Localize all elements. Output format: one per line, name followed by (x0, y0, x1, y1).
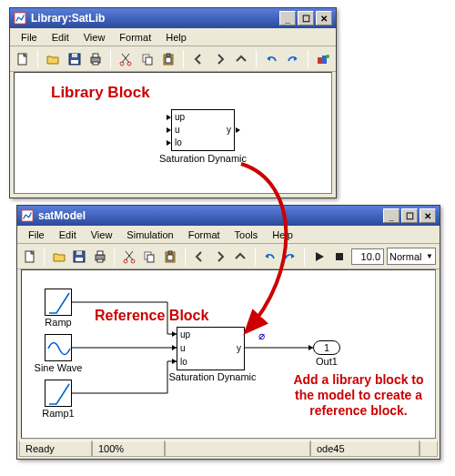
menu-view[interactable]: View (84, 228, 120, 242)
print-button[interactable] (91, 247, 108, 267)
saturation-dynamic-block[interactable]: up u lo y (177, 327, 245, 370)
save-button[interactable] (66, 49, 84, 69)
ramp1-label: Ramp1 (35, 408, 81, 419)
port-arrow-icon (167, 115, 171, 120)
ramp1-block[interactable] (45, 380, 72, 407)
paste-button[interactable] (159, 49, 177, 69)
close-button[interactable]: ✕ (420, 208, 436, 223)
toolbar: Normal▼ (17, 244, 440, 269)
svg-rect-33 (336, 253, 343, 260)
menu-format[interactable]: Format (181, 228, 228, 242)
cut-button[interactable] (120, 247, 137, 267)
menu-file[interactable]: File (21, 228, 52, 242)
library-window: Library:SatLib _ ☐ ✕ File Edit View Form… (9, 7, 337, 198)
new-button[interactable] (21, 247, 38, 267)
title-bar[interactable]: Library:SatLib _ ☐ ✕ (10, 8, 336, 28)
svg-rect-6 (93, 54, 98, 57)
ramp-block[interactable] (45, 289, 72, 316)
undo-button[interactable] (262, 49, 280, 69)
back-button[interactable] (189, 49, 207, 69)
outport-number: 1 (324, 342, 329, 353)
status-zoom: 100% (92, 441, 165, 457)
port-arrow-icon (167, 127, 171, 133)
sim-mode-value: Normal (389, 251, 421, 262)
library-canvas[interactable]: Library Block up u lo y Saturation Dynam… (14, 72, 332, 194)
menu-edit[interactable]: Edit (45, 30, 76, 45)
sine-wave-block[interactable] (45, 334, 72, 361)
app-icon (21, 209, 34, 222)
port-up-label: up (180, 329, 190, 339)
paste-button[interactable] (161, 247, 178, 267)
svg-rect-3 (72, 54, 77, 57)
cut-button[interactable] (116, 49, 135, 69)
model-window: satModel _ ☐ ✕ File Edit View Simulation… (16, 205, 440, 460)
maximize-button[interactable]: ☐ (298, 11, 314, 25)
svg-rect-21 (76, 251, 82, 255)
svg-rect-31 (168, 251, 172, 254)
svg-rect-14 (166, 57, 171, 63)
menu-view[interactable]: View (76, 30, 113, 45)
menu-bar: File Edit View Format Help (10, 28, 336, 46)
minimize-button[interactable]: _ (383, 208, 399, 223)
library-browser-button[interactable] (314, 49, 332, 69)
run-button[interactable] (310, 247, 328, 267)
sine-wave-label: Sine Wave (31, 362, 86, 373)
stop-button[interactable] (331, 247, 349, 267)
print-button[interactable] (86, 49, 105, 69)
undo-button[interactable] (261, 247, 278, 267)
window-title: satModel (38, 209, 383, 222)
sim-mode-select[interactable]: Normal▼ (387, 248, 436, 265)
open-button[interactable] (50, 247, 67, 267)
save-button[interactable] (71, 247, 88, 267)
menu-edit[interactable]: Edit (52, 228, 84, 242)
menu-bar: File Edit View Simulation Format Tools H… (17, 226, 440, 244)
saturation-dynamic-block[interactable]: up u lo y (171, 109, 235, 151)
close-button[interactable]: ✕ (316, 11, 332, 25)
new-button[interactable] (14, 49, 32, 69)
outport-label: Out1 (308, 356, 345, 367)
copy-button[interactable] (141, 247, 158, 267)
menu-format[interactable]: Format (112, 30, 158, 45)
title-bar[interactable]: satModel _ ☐ ✕ (17, 206, 440, 226)
menu-help[interactable]: Help (265, 228, 300, 242)
back-button[interactable] (191, 247, 208, 267)
svg-rect-4 (71, 60, 78, 64)
menu-tools[interactable]: Tools (228, 228, 266, 242)
signal-arrow-icon (172, 345, 177, 350)
port-lo-label: lo (180, 357, 187, 367)
redo-button[interactable] (281, 247, 298, 267)
instruction-annotation: Add a library block to the model to crea… (286, 372, 431, 418)
signal-arrow-icon (172, 359, 177, 364)
menu-file[interactable]: File (14, 30, 45, 45)
svg-rect-29 (147, 255, 154, 262)
link-badge-icon: ⌀ (258, 329, 265, 342)
model-canvas[interactable]: Ramp Sine Wave Ramp1 Reference Block up … (21, 269, 436, 439)
up-button[interactable] (232, 49, 250, 69)
copy-button[interactable] (138, 49, 157, 69)
outport-block[interactable]: 1 (313, 340, 340, 355)
port-u-label: u (175, 125, 180, 135)
menu-simulation[interactable]: Simulation (119, 228, 180, 242)
port-arrow-icon (236, 127, 240, 133)
open-button[interactable] (44, 49, 62, 69)
minimize-button[interactable]: _ (279, 11, 296, 25)
svg-rect-24 (97, 251, 103, 255)
forward-button[interactable] (211, 247, 228, 267)
status-solver: ode45 (310, 441, 420, 457)
block-label: Saturation Dynamic (153, 153, 253, 164)
svg-point-17 (326, 55, 329, 58)
ramp-label: Ramp (35, 317, 81, 328)
status-spacer (165, 441, 310, 457)
maximize-button[interactable]: ☐ (401, 208, 418, 223)
sat-block-label: Saturation Dynamic (160, 371, 265, 382)
svg-rect-25 (97, 259, 103, 262)
redo-button[interactable] (283, 49, 301, 69)
port-u-label: u (180, 343, 186, 353)
port-up-label: up (175, 112, 185, 122)
status-bar: Ready 100% ode45 (19, 441, 438, 457)
stop-time-input[interactable] (351, 248, 384, 265)
up-button[interactable] (231, 247, 248, 267)
port-arrow-icon (167, 140, 171, 146)
menu-help[interactable]: Help (158, 30, 194, 45)
forward-button[interactable] (211, 49, 229, 69)
